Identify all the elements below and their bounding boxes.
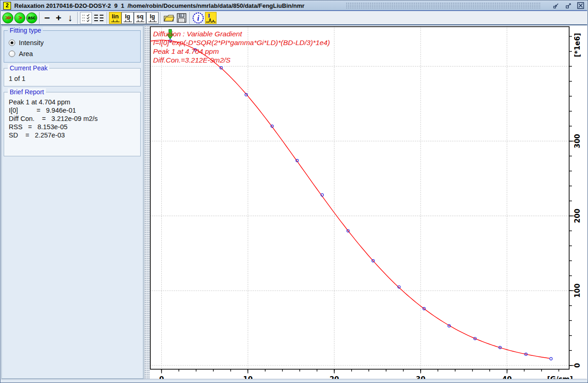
peak-list-button[interactable] [93,12,105,24]
folder-icon [163,13,174,23]
toolbar-separator [39,12,40,24]
list-icon [93,13,104,23]
brief-report-group: Brief Report Peak 1 at 4.704 ppm I[0] = … [4,92,141,156]
current-peak-value: 1 of 1 [9,75,137,82]
radio-intensity[interactable]: Intensity [9,39,136,46]
scale-lg-label: lg [125,13,131,19]
plot-region[interactable]: 010203040[G/cm]0100200300[*1e6]Diffusion… [150,26,588,380]
titlebar-texture [346,2,541,9]
save-button[interactable] [176,12,188,24]
open-folder-button[interactable] [163,12,175,24]
current-peak-group: Current Peak 1 of 1 [4,68,141,86]
report-line: SD = 2.257e-03 [9,131,137,139]
report-line: Diff Con. = 3.212e-09 m2/s [9,114,137,123]
plot-annotation: Diff.Con.=3.212E-9m2/S [153,56,231,64]
maximize-icon [565,2,572,9]
title-bar[interactable]: 2 Relaxation 20170416-D2O-DOSY-2 9 1 /ho… [1,1,587,11]
scale-lin-button[interactable]: lin [109,12,121,24]
close-button[interactable] [577,2,584,9]
zoom-in-button[interactable]: + [53,12,64,24]
fitting-type-group: Fitting type Intensity Area [4,30,141,63]
axis-glyph [124,19,132,22]
asc-button[interactable]: asc [26,12,37,23]
report-line: I[0] = 9.946e-01 [9,106,137,114]
run-button[interactable]: > [14,12,25,23]
fitting-sidebar: Fitting type Intensity Area Current Peak… [1,26,143,379]
brief-report-title: Brief Report [8,88,46,96]
window-bottom-edge [1,379,587,382]
floppy-disk-icon [177,13,187,23]
zoom-out-button[interactable]: − [42,12,52,24]
toolbar-separator [160,12,161,24]
info-button[interactable]: i [192,12,204,24]
radio-area-label: Area [19,50,33,57]
fitting-type-title: Fitting type [8,27,43,34]
plot-annotation: Peak 1 at 4.704 ppm [153,47,219,55]
radio-area-control[interactable] [9,51,15,57]
restore-button[interactable] [552,2,559,9]
svg-text:I: I [208,12,210,19]
radio-intensity-control[interactable] [9,40,15,46]
window-number-badge: 2 [3,2,11,10]
relaxation-decay-plot[interactable]: 010203040[G/cm]0100200300[*1e6]Diffusion… [150,26,588,380]
window-title: Relaxation 20170416-D2O-DOSY-2 9 1 /home… [14,2,304,9]
plot-background [150,26,588,380]
axis-glyph [136,19,144,22]
maximize-button[interactable] [565,2,572,9]
info-icon: i [192,12,204,24]
close-icon [577,2,584,9]
scale-ilg-label: lg [150,13,155,19]
plot-annotation: Diffusion : Variable Gradient [153,30,242,38]
y-tick-label: 100 [573,284,582,298]
restore-icon [553,2,559,9]
scale-lin-label: lin [112,13,119,19]
toolbar-separator [77,12,78,24]
svg-text:i: i [197,14,200,23]
toolbar-separator [107,12,108,24]
scale-ilg-button[interactable]: lg [146,12,159,24]
peak-checklist-button[interactable] [80,12,92,24]
peaks-display-button[interactable]: I [205,12,217,24]
radio-intensity-label: Intensity [19,39,44,46]
scale-lg-button[interactable]: lg [121,12,134,24]
y-tick-label: 300 [573,134,582,148]
y-axis-unit: [*1e6] [573,33,582,57]
scale-sq-button[interactable]: sq [134,12,146,24]
current-peak-title: Current Peak [8,64,49,72]
plot-annotation: I=I[0]*exp(-D*SQR(2*PI*gamma*Gi*LD)*(BD-… [153,39,330,46]
peaks-icon: I [206,12,216,23]
toolbar: >> > asc − + ↓ [1,10,587,25]
report-line: Peak 1 at 4.704 ppm [9,98,137,106]
report-line: RSS = 8.153e-05 [9,123,137,131]
scale-sq-label: sq [137,13,143,19]
axis-glyph [111,19,120,22]
panel-splitter[interactable] [144,26,150,379]
radio-area[interactable]: Area [9,50,136,57]
run-all-button[interactable]: >> [2,12,13,23]
toolbar-separator [189,12,190,24]
move-down-button[interactable]: ↓ [65,12,75,24]
relaxation-window: 2 Relaxation 20170416-D2O-DOSY-2 9 1 /ho… [0,0,588,383]
axis-glyph [148,19,157,22]
checklist-icon [81,13,91,23]
y-tick-label: 0 [573,363,582,368]
y-tick-label: 200 [573,209,582,223]
